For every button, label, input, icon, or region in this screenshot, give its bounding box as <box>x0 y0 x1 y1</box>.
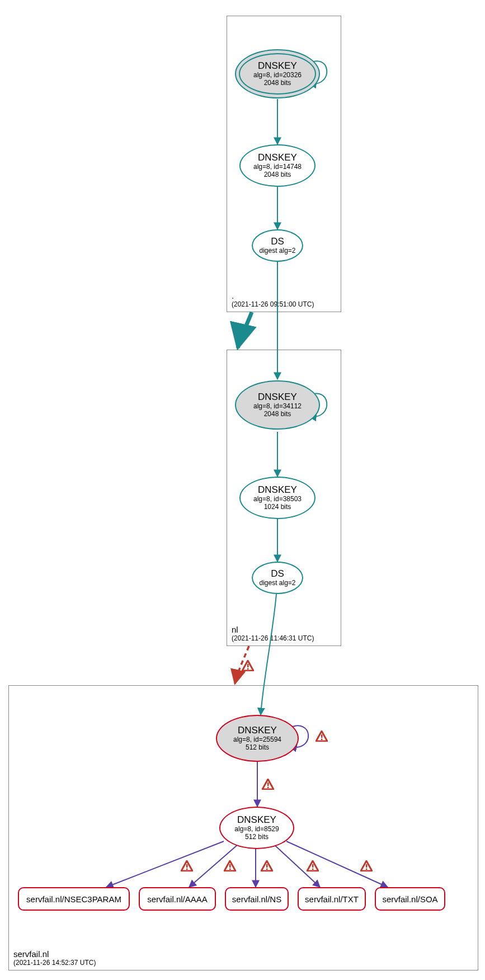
rrset-label: servfail.nl/AAAA <box>147 894 208 904</box>
ds-root: DS digest alg=2 <box>252 229 303 262</box>
node-sub1: alg=8, id=20326 <box>253 72 302 79</box>
node-title: DNSKEY <box>258 392 297 403</box>
node-sub2: 512 bits <box>246 744 269 752</box>
node-sub1: alg=8, id=25594 <box>233 736 281 744</box>
node-sub1: alg=8, id=38503 <box>253 496 302 503</box>
rrset-ns: servfail.nl/NS <box>225 887 289 911</box>
zone-root-name: . <box>232 291 314 300</box>
rrset-label: servfail.nl/SOA <box>382 894 437 904</box>
rrset-label: servfail.nl/NS <box>232 894 281 904</box>
zone-root-label: . (2021-11-26 09:51:00 UTC) <box>232 291 314 308</box>
node-title: DNSKEY <box>258 152 297 163</box>
node-sub1: digest alg=2 <box>259 579 295 587</box>
dnskey-servfail-zsk: DNSKEY alg=8, id=8529 512 bits <box>219 807 294 849</box>
rrset-aaaa: servfail.nl/AAAA <box>139 887 216 911</box>
svg-rect-1 <box>247 664 249 667</box>
zone-nl-ts: (2021-11-26 11:46:31 UTC) <box>232 634 314 642</box>
dnskey-nl-ksk: DNSKEY alg=8, id=34112 2048 bits <box>235 380 320 430</box>
node-sub2: 2048 bits <box>264 79 291 87</box>
dnskey-nl-zsk: DNSKEY alg=8, id=38503 1024 bits <box>239 477 316 519</box>
svg-marker-0 <box>242 661 253 671</box>
node-sub1: digest alg=2 <box>259 247 295 255</box>
node-sub1: alg=8, id=34112 <box>253 403 302 411</box>
node-title: DS <box>271 236 284 247</box>
node-sub2: 2048 bits <box>264 171 291 179</box>
zone-nl-label: nl (2021-11-26 11:46:31 UTC) <box>232 625 314 642</box>
rrset-label: servfail.nl/NSEC3PARAM <box>26 894 121 904</box>
node-sub2: 1024 bits <box>264 503 291 511</box>
dnskey-servfail-ksk: DNSKEY alg=8, id=25594 512 bits <box>216 715 299 762</box>
dnskey-root-ksk: DNSKEY alg=8, id=20326 2048 bits <box>235 49 320 98</box>
zone-sf-ts: (2021-11-26 14:52:37 UTC) <box>13 959 96 967</box>
node-title: DNSKEY <box>237 814 276 826</box>
node-sub2: 2048 bits <box>264 411 291 418</box>
zone-root-ts: (2021-11-26 09:51:00 UTC) <box>232 300 314 308</box>
rrset-txt: servfail.nl/TXT <box>298 887 366 911</box>
ds-nl: DS digest alg=2 <box>252 562 303 594</box>
svg-rect-2 <box>247 668 249 670</box>
node-title: DS <box>271 568 284 579</box>
warn-icon <box>242 660 254 671</box>
zone-servfail-label: servfail.nl (2021-11-26 14:52:37 UTC) <box>13 949 96 967</box>
zone-sf-name: servfail.nl <box>13 949 96 959</box>
zone-nl-name: nl <box>232 625 314 634</box>
node-sub1: alg=8, id=8529 <box>234 826 279 833</box>
rrset-nsec3param: servfail.nl/NSEC3PARAM <box>18 887 130 911</box>
node-title: DNSKEY <box>258 484 297 496</box>
node-sub1: alg=8, id=14748 <box>253 163 302 171</box>
node-title: DNSKEY <box>238 725 277 736</box>
rrset-soa: servfail.nl/SOA <box>375 887 445 911</box>
dnskey-root-zsk: DNSKEY alg=8, id=14748 2048 bits <box>239 144 316 187</box>
node-sub2: 512 bits <box>245 833 269 841</box>
rrset-label: servfail.nl/TXT <box>305 894 359 904</box>
node-title: DNSKEY <box>258 60 297 72</box>
